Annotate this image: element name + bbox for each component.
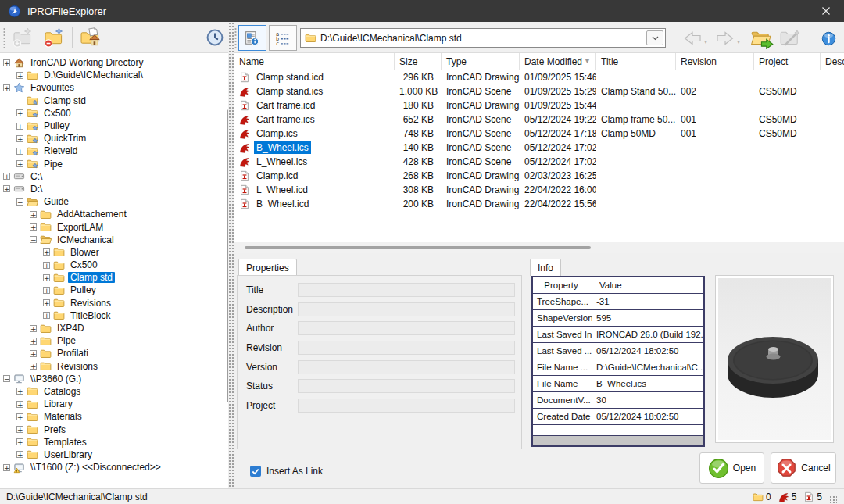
resize-grip[interactable] (829, 495, 837, 503)
remove-favourite-button[interactable] (39, 24, 69, 51)
tree-item[interactable]: + C:\ (0, 170, 228, 183)
toolbar-grip[interactable] (3, 27, 5, 48)
tree-item[interactable]: + Prefs (0, 423, 228, 435)
add-favourite-button[interactable] (8, 24, 38, 51)
tree-expander[interactable]: + (30, 325, 37, 332)
wizard-button[interactable] (779, 27, 804, 49)
tree-expander[interactable]: + (30, 223, 37, 231)
tree-item[interactable]: − Guide (0, 195, 228, 208)
column-header-title[interactable]: Title (596, 53, 676, 70)
tree-expander[interactable]: + (16, 438, 23, 445)
tree-item[interactable]: + Revisions (0, 297, 228, 309)
property-field-input[interactable] (298, 399, 515, 413)
file-row[interactable]: B_Wheel.icd 200 KB IronCAD Drawing 22/04… (234, 197, 844, 211)
tree-item[interactable]: Clamp std (0, 95, 228, 107)
tree-item[interactable]: + D:\Guide\ICMechanical\ (0, 69, 228, 81)
tree-item[interactable]: + \\T1600 (Z:) <<Disconnected>> (0, 461, 228, 474)
tree-expander[interactable]: + (16, 160, 23, 167)
column-header-size[interactable]: Size (395, 53, 442, 70)
tree-expander[interactable]: + (16, 135, 23, 142)
tree-expander[interactable]: + (3, 185, 10, 192)
tree-item[interactable]: + TitleBlock (0, 309, 228, 322)
file-row[interactable]: L_Wheel.ics 428 KB IronCAD Scene 05/12/2… (234, 155, 844, 169)
open-folder-button[interactable] (750, 27, 775, 49)
file-row[interactable]: L_Wheel.icd 308 KB IronCAD Drawing 22/04… (234, 183, 844, 197)
tree-expander[interactable]: + (43, 262, 50, 269)
view-details-button[interactable] (238, 25, 266, 51)
tree-expander[interactable]: + (43, 299, 50, 306)
column-header-type[interactable]: Type (442, 53, 520, 70)
column-header-revision[interactable]: Revision (676, 53, 754, 70)
close-button[interactable] (808, 0, 844, 22)
tree-expander[interactable]: + (43, 248, 50, 256)
info-button[interactable] (821, 31, 836, 46)
tree-item[interactable]: + AddAttachement (0, 208, 228, 220)
tree-item[interactable]: + Cx500 (0, 107, 228, 120)
file-list-hscrollbar[interactable] (234, 242, 844, 253)
property-field-input[interactable] (298, 379, 515, 393)
cancel-button[interactable]: Cancel (771, 452, 836, 484)
tree-expander[interactable]: + (16, 109, 23, 116)
toolbar-grip[interactable] (234, 27, 237, 48)
tree-expander[interactable]: + (30, 338, 37, 345)
file-list-hscrollbar-thumb[interactable] (245, 246, 591, 249)
tree-item[interactable]: + IXP4D (0, 322, 228, 334)
tree-expander[interactable]: + (30, 211, 37, 218)
forward-button[interactable] (714, 29, 736, 48)
tree-item[interactable]: + Pipe (0, 334, 228, 347)
tree-item[interactable]: + Templates (0, 436, 228, 449)
tree-item[interactable]: − \\P3660 (G:) (0, 373, 228, 385)
property-field-input[interactable] (298, 341, 515, 355)
tree-item[interactable]: + Pipe (0, 158, 228, 170)
tree-expander[interactable]: + (16, 148, 23, 155)
tree-expander[interactable]: − (16, 198, 23, 206)
tree-item[interactable]: + Clamp std (0, 271, 228, 284)
back-button[interactable] (681, 29, 703, 48)
file-row[interactable]: Clamp stand.ics 1.000 KB IronCAD Scene 0… (234, 84, 844, 98)
tree-item[interactable]: + D:\ (0, 183, 228, 195)
info-table-hscrollbar[interactable] (533, 435, 703, 445)
tree-expander[interactable]: + (16, 401, 23, 408)
file-row[interactable]: B_Wheel.ics 140 KB IronCAD Scene 05/12/2… (234, 141, 844, 155)
tree-expander[interactable]: + (3, 59, 10, 66)
file-row[interactable]: Cart frame.ics 652 KB IronCAD Scene 05/1… (234, 113, 844, 127)
view-list-button[interactable]: a b c (269, 25, 297, 51)
tree-item[interactable]: + IronCAD Working Directory (0, 56, 228, 69)
property-field-input[interactable] (298, 302, 515, 316)
tree-expander[interactable]: + (30, 363, 37, 370)
column-header-name[interactable]: Name (234, 53, 395, 70)
file-row[interactable]: Clamp.ics 748 KB IronCAD Scene 05/12/202… (234, 127, 844, 141)
property-field-input[interactable] (298, 321, 515, 335)
history-button[interactable] (203, 24, 227, 51)
column-header-description[interactable]: Description (821, 53, 844, 70)
file-row[interactable]: Clamp stand.icd 296 KB IronCAD Drawing 0… (234, 70, 844, 84)
tree-expander[interactable]: + (3, 84, 10, 91)
tree-item[interactable]: − ICMechanical (0, 234, 228, 246)
tree-item[interactable]: + Blower (0, 246, 228, 259)
tree-item[interactable]: + Rietveld (0, 145, 228, 157)
file-row[interactable]: Cart frame.icd 180 KB IronCAD Drawing 01… (234, 98, 844, 113)
tree-expander[interactable]: + (16, 413, 23, 420)
tree-expander[interactable]: + (43, 274, 50, 281)
tree-expander[interactable]: + (16, 388, 23, 395)
forward-dropdown-icon[interactable]: ▾ (737, 38, 740, 45)
tree-expander[interactable]: + (3, 464, 10, 471)
tree-item[interactable]: + ExportLAM (0, 220, 228, 233)
tree-item[interactable]: + Pulley (0, 284, 228, 296)
tree-expander[interactable]: − (3, 375, 10, 382)
tab-info[interactable]: Info (530, 259, 561, 276)
tree-item[interactable]: + Catalogs (0, 385, 228, 398)
open-button[interactable]: Open (699, 452, 764, 484)
tree-expander[interactable]: + (3, 173, 10, 180)
column-header-date-modified[interactable]: Date Modified▼ (520, 53, 596, 70)
tree-expander[interactable]: + (16, 426, 23, 433)
tree-item[interactable]: + Library (0, 398, 228, 410)
tree-expander[interactable]: + (16, 72, 23, 79)
tree-item[interactable]: + Revisions (0, 360, 228, 373)
tree-expander[interactable]: + (43, 312, 50, 319)
tree-item[interactable]: + Cx500 (0, 259, 228, 271)
panel-splitter[interactable] (228, 22, 234, 488)
tree-item[interactable]: + Materials (0, 410, 228, 423)
tree-expander[interactable]: + (16, 123, 23, 130)
tree-expander[interactable]: + (30, 350, 37, 357)
